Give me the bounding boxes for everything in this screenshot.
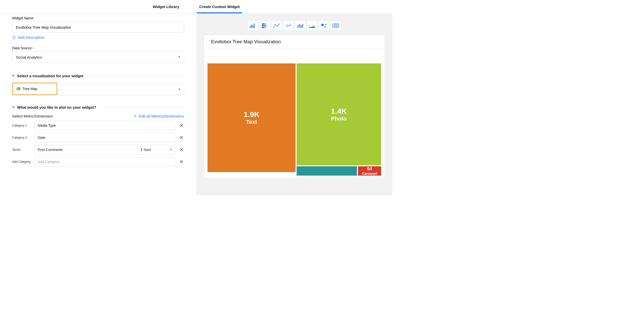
widget-name-input[interactable] bbox=[12, 22, 184, 33]
svg-point-16 bbox=[287, 27, 287, 27]
series-label: Series bbox=[12, 148, 31, 151]
treemap-cell-text: 1.9K Text bbox=[208, 63, 296, 172]
treemap-icon bbox=[16, 87, 20, 90]
svg-point-15 bbox=[289, 26, 289, 26]
remove-add-category-button[interactable]: ✕ bbox=[179, 159, 184, 165]
remove-category-1-button[interactable]: ✕ bbox=[179, 123, 184, 129]
edit-all-metrics-button[interactable]: ✎ Edit all Metrics/Dimensions bbox=[134, 114, 184, 118]
collapse-triangle-icon[interactable] bbox=[12, 75, 15, 77]
chart-type-toolbar bbox=[204, 21, 385, 31]
svg-point-13 bbox=[279, 24, 279, 24]
category-2-input[interactable]: Date bbox=[34, 133, 175, 142]
treemap-cell-carousel: 64 Carousel bbox=[358, 166, 381, 176]
visualization-highlight: Tree Map bbox=[12, 83, 57, 95]
svg-point-11 bbox=[275, 24, 276, 25]
svg-rect-0 bbox=[250, 26, 251, 28]
svg-rect-6 bbox=[262, 25, 265, 26]
treemap-cell-teal bbox=[297, 166, 357, 176]
chevron-down-icon bbox=[170, 149, 172, 150]
table-icon[interactable] bbox=[330, 21, 341, 31]
svg-rect-9 bbox=[264, 27, 266, 28]
tab-widget-library[interactable]: Widget Library bbox=[150, 5, 182, 13]
tab-create-custom-widget[interactable]: Create Custom Widget bbox=[197, 5, 242, 13]
stacked-bar-icon[interactable] bbox=[259, 21, 270, 31]
svg-point-23 bbox=[325, 24, 326, 25]
svg-rect-5 bbox=[264, 23, 266, 25]
svg-rect-4 bbox=[262, 23, 264, 25]
svg-point-22 bbox=[324, 26, 326, 28]
stacked-area-icon[interactable] bbox=[306, 21, 318, 31]
add-category-label: Add Category bbox=[12, 160, 31, 164]
bar-chart-icon[interactable] bbox=[247, 21, 259, 31]
add-description-button[interactable]: + Add Description bbox=[12, 35, 184, 39]
data-source-label: Data Source• bbox=[12, 46, 184, 50]
svg-rect-24 bbox=[333, 24, 339, 28]
select-metric-label: Select Metric/Dimension bbox=[12, 114, 53, 118]
treemap-cell-photo: 1.4K Photo bbox=[297, 63, 381, 165]
svg-rect-8 bbox=[262, 27, 264, 28]
svg-point-12 bbox=[277, 26, 277, 27]
pencil-icon: ✎ bbox=[134, 114, 137, 118]
area-chart-icon[interactable] bbox=[295, 21, 306, 31]
visualization-value: Tree Map bbox=[22, 87, 37, 91]
widget-name-label: Widget Name bbox=[12, 16, 184, 20]
add-category-input[interactable]: Add Category bbox=[34, 157, 175, 167]
section-select-visualization: Select a visualization for your widget bbox=[12, 74, 184, 78]
category-2-label: Category 2 bbox=[12, 136, 31, 139]
series-input[interactable]: Post Comments bbox=[34, 145, 137, 154]
category-1-label: Category 1 bbox=[12, 124, 31, 127]
bubble-chart-icon[interactable] bbox=[318, 21, 330, 31]
svg-rect-2 bbox=[253, 25, 253, 28]
svg-rect-7 bbox=[265, 25, 267, 26]
svg-point-14 bbox=[287, 25, 287, 25]
category-1-input[interactable]: Media Type bbox=[34, 121, 175, 130]
chevron-down-icon bbox=[178, 56, 180, 58]
svg-rect-3 bbox=[254, 23, 255, 28]
treemap-chart: 1.9K Text 1.4K Photo 64 Carousel bbox=[204, 49, 385, 172]
svg-point-17 bbox=[289, 24, 289, 25]
section-plot: What would you like to plot on your widg… bbox=[12, 105, 184, 109]
remove-category-2-button[interactable]: ✕ bbox=[179, 135, 184, 141]
widget-preview: Evoltobor Tree Map Visualization 1.9K Te… bbox=[204, 35, 385, 178]
svg-marker-18 bbox=[297, 24, 303, 28]
remove-series-button[interactable]: ✕ bbox=[179, 147, 184, 153]
line-chart-icon[interactable] bbox=[271, 21, 282, 31]
plus-circle-icon: + bbox=[12, 35, 16, 39]
svg-point-10 bbox=[273, 27, 274, 28]
series-aggregation-select[interactable]: Σ Sum bbox=[137, 145, 175, 154]
chevron-down-icon bbox=[178, 89, 180, 90]
preview-title: Evoltobor Tree Map Visualization bbox=[204, 35, 385, 49]
data-source-value: Social Analytics bbox=[16, 55, 42, 59]
multiline-icon[interactable] bbox=[283, 21, 294, 31]
svg-rect-1 bbox=[251, 24, 252, 28]
sigma-icon: Σ bbox=[141, 148, 143, 152]
add-description-label: Add Description bbox=[18, 35, 45, 39]
data-source-select[interactable]: Social Analytics bbox=[12, 52, 184, 63]
collapse-triangle-icon[interactable] bbox=[12, 106, 15, 108]
svg-point-21 bbox=[321, 24, 324, 26]
